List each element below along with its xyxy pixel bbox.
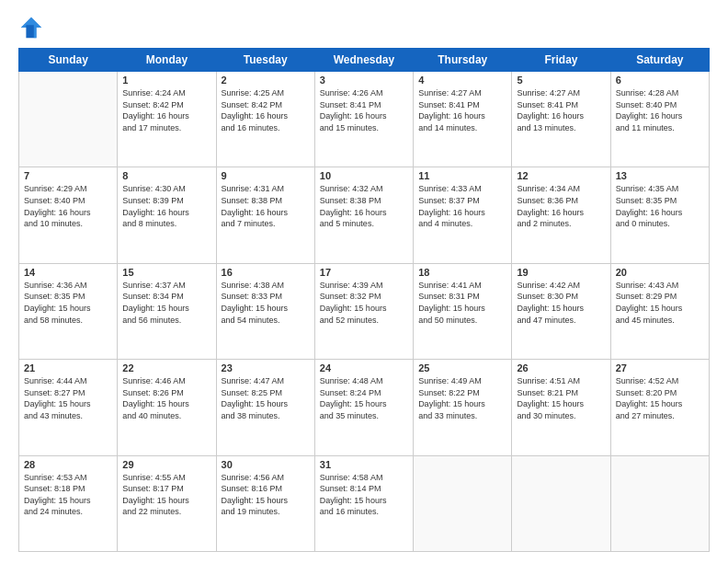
day-info: Sunrise: 4:48 AM Sunset: 8:24 PM Dayligh… (320, 375, 408, 421)
day-info: Sunrise: 4:42 AM Sunset: 8:30 PM Dayligh… (517, 280, 605, 326)
day-number: 20 (616, 267, 704, 278)
day-info: Sunrise: 4:38 AM Sunset: 8:33 PM Dayligh… (222, 280, 310, 326)
day-number: 8 (122, 170, 210, 181)
week-row-5: 28Sunrise: 4:53 AM Sunset: 8:18 PM Dayli… (19, 455, 710, 551)
header-cell-sunday: Sunday (19, 49, 118, 72)
day-info: Sunrise: 4:36 AM Sunset: 8:35 PM Dayligh… (24, 280, 112, 326)
calendar-cell: 1Sunrise: 4:24 AM Sunset: 8:42 PM Daylig… (118, 72, 216, 167)
calendar-cell: 20Sunrise: 4:43 AM Sunset: 8:29 PM Dayli… (610, 263, 709, 359)
header-cell-tuesday: Tuesday (216, 49, 314, 72)
calendar-cell: 16Sunrise: 4:38 AM Sunset: 8:33 PM Dayli… (216, 263, 314, 359)
header-cell-monday: Monday (118, 49, 216, 72)
day-number: 14 (24, 267, 112, 278)
day-number: 23 (222, 362, 310, 373)
day-number: 30 (222, 459, 310, 470)
calendar-cell: 4Sunrise: 4:27 AM Sunset: 8:41 PM Daylig… (414, 72, 512, 167)
calendar-cell: 7Sunrise: 4:29 AM Sunset: 8:40 PM Daylig… (19, 167, 118, 263)
day-number: 9 (222, 170, 310, 181)
calendar-cell: 25Sunrise: 4:49 AM Sunset: 8:22 PM Dayli… (414, 360, 512, 455)
day-info: Sunrise: 4:29 AM Sunset: 8:40 PM Dayligh… (24, 183, 112, 229)
calendar-cell: 8Sunrise: 4:30 AM Sunset: 8:39 PM Daylig… (118, 167, 216, 263)
day-info: Sunrise: 4:24 AM Sunset: 8:42 PM Dayligh… (122, 87, 210, 133)
calendar-cell (610, 455, 709, 551)
day-info: Sunrise: 4:49 AM Sunset: 8:22 PM Dayligh… (418, 375, 506, 421)
day-number: 29 (122, 459, 210, 470)
calendar-cell: 15Sunrise: 4:37 AM Sunset: 8:34 PM Dayli… (118, 263, 216, 359)
calendar-cell: 13Sunrise: 4:35 AM Sunset: 8:35 PM Dayli… (610, 167, 709, 263)
day-number: 11 (418, 170, 506, 181)
header (18, 15, 710, 40)
calendar-cell: 12Sunrise: 4:34 AM Sunset: 8:36 PM Dayli… (512, 167, 610, 263)
day-number: 3 (320, 75, 408, 86)
calendar-cell: 22Sunrise: 4:46 AM Sunset: 8:26 PM Dayli… (118, 360, 216, 455)
header-cell-friday: Friday (512, 49, 610, 72)
day-info: Sunrise: 4:31 AM Sunset: 8:38 PM Dayligh… (222, 183, 310, 229)
day-number: 13 (616, 170, 704, 181)
day-info: Sunrise: 4:32 AM Sunset: 8:38 PM Dayligh… (320, 183, 408, 229)
logo (18, 15, 46, 40)
day-number: 28 (24, 459, 112, 470)
day-info: Sunrise: 4:51 AM Sunset: 8:21 PM Dayligh… (517, 375, 605, 421)
day-info: Sunrise: 4:30 AM Sunset: 8:39 PM Dayligh… (122, 183, 210, 229)
calendar-cell: 23Sunrise: 4:47 AM Sunset: 8:25 PM Dayli… (216, 360, 314, 455)
day-info: Sunrise: 4:37 AM Sunset: 8:34 PM Dayligh… (122, 280, 210, 326)
day-info: Sunrise: 4:46 AM Sunset: 8:26 PM Dayligh… (122, 375, 210, 421)
day-info: Sunrise: 4:53 AM Sunset: 8:18 PM Dayligh… (24, 472, 112, 518)
day-number: 18 (418, 267, 506, 278)
week-row-2: 7Sunrise: 4:29 AM Sunset: 8:40 PM Daylig… (19, 167, 710, 263)
day-number: 19 (517, 267, 605, 278)
calendar-cell (19, 72, 118, 167)
calendar-cell: 2Sunrise: 4:25 AM Sunset: 8:42 PM Daylig… (216, 72, 314, 167)
logo-icon (18, 15, 44, 40)
day-info: Sunrise: 4:28 AM Sunset: 8:40 PM Dayligh… (616, 87, 704, 133)
day-info: Sunrise: 4:25 AM Sunset: 8:42 PM Dayligh… (222, 87, 310, 133)
day-info: Sunrise: 4:56 AM Sunset: 8:16 PM Dayligh… (222, 472, 310, 518)
header-cell-saturday: Saturday (610, 49, 709, 72)
day-info: Sunrise: 4:44 AM Sunset: 8:27 PM Dayligh… (24, 375, 112, 421)
day-number: 10 (320, 170, 408, 181)
day-number: 12 (517, 170, 605, 181)
day-number: 26 (517, 362, 605, 373)
day-number: 4 (418, 75, 506, 86)
week-row-3: 14Sunrise: 4:36 AM Sunset: 8:35 PM Dayli… (19, 263, 710, 359)
day-info: Sunrise: 4:34 AM Sunset: 8:36 PM Dayligh… (517, 183, 605, 229)
calendar-cell: 27Sunrise: 4:52 AM Sunset: 8:20 PM Dayli… (610, 360, 709, 455)
day-info: Sunrise: 4:27 AM Sunset: 8:41 PM Dayligh… (418, 87, 506, 133)
calendar-cell: 26Sunrise: 4:51 AM Sunset: 8:21 PM Dayli… (512, 360, 610, 455)
week-row-4: 21Sunrise: 4:44 AM Sunset: 8:27 PM Dayli… (19, 360, 710, 455)
calendar-cell: 6Sunrise: 4:28 AM Sunset: 8:40 PM Daylig… (610, 72, 709, 167)
calendar-cell: 10Sunrise: 4:32 AM Sunset: 8:38 PM Dayli… (314, 167, 413, 263)
day-info: Sunrise: 4:39 AM Sunset: 8:32 PM Dayligh… (320, 280, 408, 326)
calendar-cell: 9Sunrise: 4:31 AM Sunset: 8:38 PM Daylig… (216, 167, 314, 263)
day-info: Sunrise: 4:55 AM Sunset: 8:17 PM Dayligh… (122, 472, 210, 518)
day-number: 15 (122, 267, 210, 278)
header-cell-wednesday: Wednesday (314, 49, 413, 72)
day-number: 5 (517, 75, 605, 86)
calendar-cell: 24Sunrise: 4:48 AM Sunset: 8:24 PM Dayli… (314, 360, 413, 455)
day-number: 17 (320, 267, 408, 278)
calendar-cell: 30Sunrise: 4:56 AM Sunset: 8:16 PM Dayli… (216, 455, 314, 551)
day-info: Sunrise: 4:58 AM Sunset: 8:14 PM Dayligh… (320, 472, 408, 518)
day-number: 21 (24, 362, 112, 373)
calendar-cell: 19Sunrise: 4:42 AM Sunset: 8:30 PM Dayli… (512, 263, 610, 359)
day-info: Sunrise: 4:35 AM Sunset: 8:35 PM Dayligh… (616, 183, 704, 229)
day-info: Sunrise: 4:52 AM Sunset: 8:20 PM Dayligh… (616, 375, 704, 421)
day-number: 16 (222, 267, 310, 278)
day-number: 25 (418, 362, 506, 373)
calendar-cell: 31Sunrise: 4:58 AM Sunset: 8:14 PM Dayli… (314, 455, 413, 551)
day-info: Sunrise: 4:47 AM Sunset: 8:25 PM Dayligh… (222, 375, 310, 421)
day-number: 31 (320, 459, 408, 470)
calendar-cell: 11Sunrise: 4:33 AM Sunset: 8:37 PM Dayli… (414, 167, 512, 263)
calendar-cell: 3Sunrise: 4:26 AM Sunset: 8:41 PM Daylig… (314, 72, 413, 167)
calendar-cell: 5Sunrise: 4:27 AM Sunset: 8:41 PM Daylig… (512, 72, 610, 167)
week-row-1: 1Sunrise: 4:24 AM Sunset: 8:42 PM Daylig… (19, 72, 710, 167)
calendar: SundayMondayTuesdayWednesdayThursdayFrid… (18, 48, 710, 552)
day-info: Sunrise: 4:26 AM Sunset: 8:41 PM Dayligh… (320, 87, 408, 133)
day-number: 22 (122, 362, 210, 373)
calendar-cell: 21Sunrise: 4:44 AM Sunset: 8:27 PM Dayli… (19, 360, 118, 455)
day-number: 24 (320, 362, 408, 373)
header-row: SundayMondayTuesdayWednesdayThursdayFrid… (19, 49, 710, 72)
day-info: Sunrise: 4:27 AM Sunset: 8:41 PM Dayligh… (517, 87, 605, 133)
calendar-cell: 29Sunrise: 4:55 AM Sunset: 8:17 PM Dayli… (118, 455, 216, 551)
day-number: 2 (222, 75, 310, 86)
